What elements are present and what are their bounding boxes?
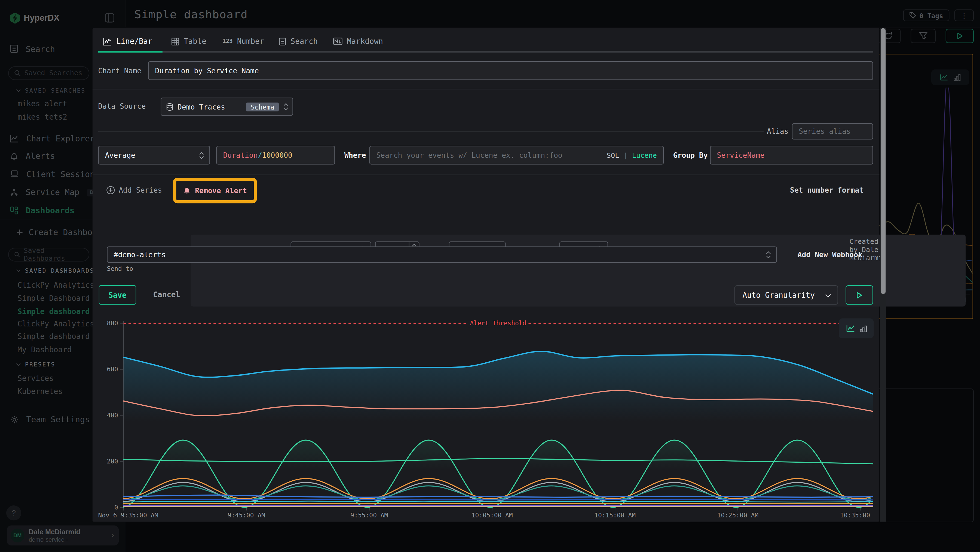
alias-input[interactable]: Series alias	[792, 123, 873, 139]
svg-text:200: 200	[107, 458, 118, 465]
svg-text:10:35:00 AM: 10:35:00 AM	[840, 512, 873, 519]
tab-markdown[interactable]: Markdown	[333, 37, 383, 46]
data-source-value: Demo Traces	[178, 102, 225, 111]
bar-chart-icon	[860, 325, 867, 332]
group-by-input[interactable]: ServiceName	[710, 146, 873, 164]
tab-label: Number	[237, 37, 264, 46]
aggregation-select[interactable]: Average	[98, 146, 210, 164]
chart-name-label: Chart Name	[98, 64, 141, 77]
tab-number[interactable]: 123 Number	[223, 37, 264, 46]
group-by-label: Group By	[673, 149, 708, 161]
play-icon	[856, 291, 862, 299]
field-input[interactable]: Duration/1000000	[216, 146, 335, 164]
divider	[92, 174, 880, 175]
scrollbar-thumb[interactable]	[881, 28, 886, 294]
chart-type-toggle[interactable]	[839, 319, 874, 338]
tab-label: Search	[291, 37, 318, 46]
send-to-value: #demo-alerts	[114, 250, 166, 259]
data-source-label: Data Source	[98, 100, 146, 113]
svg-text:9:55:00 AM: 9:55:00 AM	[350, 512, 388, 519]
schema-badge[interactable]: Schema	[247, 102, 279, 111]
field-token: Duration	[223, 151, 258, 160]
svg-text:Nov 6 9:35:00 AM: Nov 6 9:35:00 AM	[98, 512, 158, 519]
markdown-icon	[333, 38, 342, 45]
table-icon	[171, 37, 180, 46]
data-source-select[interactable]: Demo Traces Schema	[161, 97, 293, 116]
where-placeholder: Search your events w/ Lucene ex. column:…	[376, 151, 562, 160]
toggle-separator: |	[624, 151, 627, 159]
sql-toggle[interactable]: SQL	[607, 151, 619, 159]
tab-line-bar[interactable]: Line/Bar	[103, 37, 153, 46]
add-series-label: Add Series	[119, 186, 162, 195]
divider	[98, 131, 764, 132]
select-chevrons-icon	[200, 152, 203, 158]
svg-text:9:45:00 AM: 9:45:00 AM	[228, 512, 265, 519]
cancel-button[interactable]: Cancel	[153, 290, 180, 299]
alias-placeholder: Series alias	[799, 127, 851, 136]
line-bar-icon	[103, 37, 112, 46]
chevron-down-icon	[826, 292, 830, 297]
svg-text:0: 0	[115, 504, 118, 511]
svg-text:10:15:00 AM: 10:15:00 AM	[594, 512, 636, 519]
chart-name-value: Duration by Service Name	[155, 66, 259, 75]
tab-underline-track	[98, 51, 873, 53]
lucene-toggle[interactable]: Lucene	[632, 151, 657, 159]
remove-alert-highlight: Remove Alert	[173, 178, 257, 203]
remove-alert-button[interactable]: Remove Alert	[195, 186, 247, 195]
where-label: Where	[344, 149, 366, 161]
tab-search[interactable]: Search	[279, 37, 318, 46]
group-by-value: ServiceName	[717, 151, 764, 160]
alert-preview-chart: 8006004002000Nov 6 9:35:00 AM9:45:00 AM9…	[98, 316, 873, 522]
field-token: /	[258, 151, 262, 160]
chart-name-input[interactable]: Duration by Service Name	[148, 61, 873, 80]
tab-table[interactable]: Table	[171, 37, 206, 46]
divider	[92, 89, 880, 89]
aggregation-value: Average	[105, 151, 135, 160]
send-to-select[interactable]: #demo-alerts	[107, 247, 777, 263]
circle-plus-icon	[106, 186, 115, 195]
app-root: HyperDX Simple dashboard 0 Tags ⋮ 10:35:…	[0, 0, 980, 552]
save-button[interactable]: Save	[99, 285, 136, 305]
number-123-icon: 123	[223, 38, 232, 45]
select-chevrons-icon	[285, 104, 288, 110]
alert-bell-icon	[183, 187, 191, 195]
line-chart-icon	[846, 325, 855, 332]
tab-label: Markdown	[347, 37, 383, 46]
add-new-webhook-button[interactable]: Add New Webhook	[798, 250, 862, 259]
run-chart-button[interactable]	[846, 285, 873, 305]
send-to-label: Send to	[107, 262, 134, 274]
tab-label: Line/Bar	[116, 37, 153, 46]
svg-text:10:25:00 AM: 10:25:00 AM	[717, 512, 759, 519]
where-input[interactable]: Search your events w/ Lucene ex. column:…	[369, 146, 664, 164]
add-series-button[interactable]: Add Series	[106, 186, 162, 195]
tab-underline-active	[98, 51, 162, 53]
svg-text:Alert Threshold: Alert Threshold	[470, 320, 526, 327]
tab-label: Table	[184, 37, 206, 46]
search-doc-icon	[279, 37, 286, 46]
database-icon	[166, 103, 173, 111]
svg-text:10:05:00 AM: 10:05:00 AM	[471, 512, 513, 519]
select-chevrons-icon	[767, 252, 770, 257]
granularity-select[interactable]: Auto Granularity	[735, 285, 838, 305]
svg-text:400: 400	[107, 412, 118, 419]
set-number-format-button[interactable]: Set number format	[790, 186, 864, 195]
svg-text:600: 600	[107, 365, 118, 373]
svg-text:800: 800	[107, 320, 118, 327]
granularity-value: Auto Granularity	[743, 290, 815, 299]
field-token: 1000000	[262, 151, 293, 160]
chart-editor-modal: Line/Bar Table 123 Number Search Markdow…	[92, 28, 880, 522]
alias-label: Alias	[767, 125, 788, 137]
